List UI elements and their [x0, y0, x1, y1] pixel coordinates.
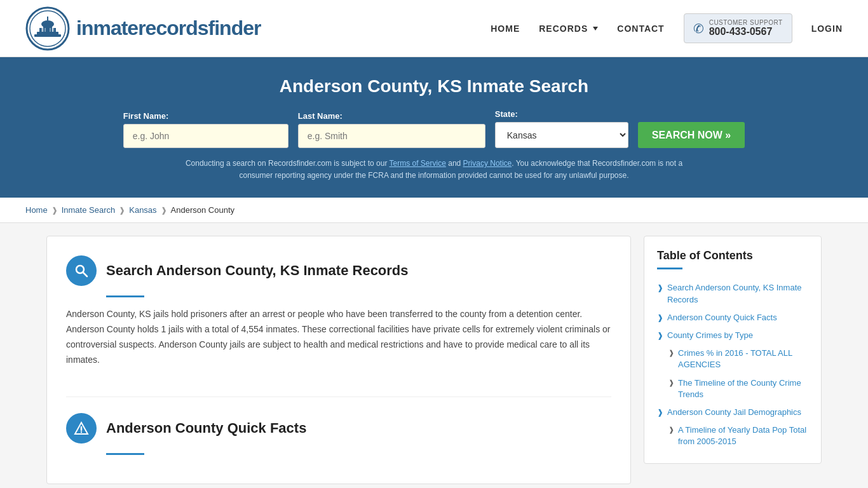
support-info: CUSTOMER SUPPORT 800-433-0567 — [709, 19, 783, 37]
disclaimer-text: Conducting a search on Recordsfinder.com… — [180, 158, 688, 182]
support-box[interactable]: ✆ CUSTOMER SUPPORT 800-433-0567 — [684, 13, 792, 43]
first-name-input[interactable] — [123, 124, 288, 148]
toc-link-7[interactable]: A Timeline of Yearly Data Pop Total from… — [678, 424, 808, 447]
toc-link-6[interactable]: Anderson County Jail Demographics — [667, 407, 801, 418]
main-container: Search Anderson County, KS Inmate Record… — [27, 236, 841, 484]
quick-facts-divider — [106, 453, 144, 455]
toc-item-2[interactable]: ❱ Anderson County Quick Facts — [657, 309, 808, 327]
toc-divider — [657, 268, 682, 269]
search-banner: Anderson County, KS Inmate Search First … — [0, 57, 868, 198]
svg-line-14 — [83, 273, 87, 276]
nav-contact[interactable]: CONTACT — [617, 24, 664, 34]
breadcrumb: Home ❱ Inmate Search ❱ Kansas ❱ Anderson… — [0, 198, 868, 223]
site-header: inmaterecordsfinder HOME RECORDS CONTACT… — [0, 0, 868, 57]
sidebar: Table of Contents ❱ Search Anderson Coun… — [644, 236, 822, 484]
toc-chevron-5: ❱ — [668, 379, 674, 387]
support-label: CUSTOMER SUPPORT — [709, 19, 783, 26]
quick-facts-section: Anderson County Quick Facts — [66, 397, 611, 455]
toc-item-6[interactable]: ❱ Anderson County Jail Demographics — [657, 403, 808, 421]
toc-chevron-4: ❱ — [668, 349, 674, 357]
breadcrumb-state[interactable]: Kansas — [129, 205, 156, 215]
toc-title: Table of Contents — [657, 249, 808, 262]
breadcrumb-home[interactable]: Home — [25, 205, 48, 215]
svg-point-17 — [81, 431, 82, 432]
search-button[interactable]: SEARCH NOW » — [638, 122, 745, 148]
toc-chevron-7: ❱ — [668, 426, 674, 434]
state-select[interactable]: Kansas — [495, 122, 628, 148]
toc-chevron-2: ❱ — [657, 313, 663, 322]
content-area: Search Anderson County, KS Inmate Record… — [46, 236, 631, 484]
nav-login[interactable]: LOGIN — [811, 24, 843, 34]
breadcrumb-sep-3: ❱ — [161, 206, 167, 215]
toc-item-1[interactable]: ❱ Search Anderson County, KS Inmate Reco… — [657, 279, 808, 308]
search-section-title: Search Anderson County, KS Inmate Record… — [106, 262, 409, 279]
last-name-label: Last Name: — [298, 111, 342, 121]
state-group: State: Kansas — [495, 109, 628, 148]
search-section-divider — [106, 295, 144, 297]
quick-facts-title: Anderson County Quick Facts — [106, 420, 306, 437]
search-section-icon — [66, 255, 97, 286]
search-section: Search Anderson County, KS Inmate Record… — [66, 255, 611, 396]
first-name-label: First Name: — [123, 111, 169, 121]
toc-item-5[interactable]: ❱ The Timeline of the County Crime Trend… — [657, 374, 808, 403]
state-label: State: — [495, 109, 518, 119]
breadcrumb-sep-1: ❱ — [51, 206, 58, 215]
svg-rect-10 — [44, 28, 46, 32]
logo-icon — [25, 6, 70, 51]
support-number: 800-433-0567 — [709, 26, 783, 37]
tos-link[interactable]: Terms of Service — [390, 159, 446, 168]
svg-rect-11 — [50, 28, 51, 32]
magnifier-icon — [74, 263, 89, 278]
privacy-link[interactable]: Privacy Notice — [463, 159, 512, 168]
main-nav: HOME RECORDS CONTACT ✆ CUSTOMER SUPPORT … — [491, 13, 843, 43]
nav-home[interactable]: HOME — [491, 24, 520, 34]
toc-item-7[interactable]: ❱ A Timeline of Yearly Data Pop Total fr… — [657, 421, 808, 451]
svg-rect-12 — [53, 28, 54, 32]
toc-link-2[interactable]: Anderson County Quick Facts — [667, 312, 777, 323]
toc-chevron-3: ❱ — [657, 331, 663, 340]
toc-box: Table of Contents ❱ Search Anderson Coun… — [644, 236, 822, 464]
svg-rect-7 — [34, 34, 61, 37]
breadcrumb-sep-2: ❱ — [119, 206, 125, 215]
breadcrumb-county: Anderson County — [171, 205, 234, 215]
logo-text: inmaterecordsfinder — [76, 17, 261, 40]
toc-item-3[interactable]: ❱ County Crimes by Type — [657, 327, 808, 344]
search-section-header: Search Anderson County, KS Inmate Record… — [66, 255, 611, 286]
svg-rect-9 — [41, 28, 43, 32]
quick-facts-icon — [66, 413, 97, 444]
logo-area: inmaterecordsfinder — [25, 6, 261, 51]
alert-icon — [74, 421, 89, 436]
first-name-group: First Name: — [123, 111, 288, 148]
quick-facts-header: Anderson County Quick Facts — [66, 413, 611, 444]
toc-link-5[interactable]: The Timeline of the County Crime Trends — [678, 377, 808, 400]
banner-title: Anderson County, KS Inmate Search — [25, 76, 843, 97]
search-section-body: Anderson County, KS jails hold prisoners… — [66, 307, 611, 367]
records-chevron-icon — [593, 27, 598, 30]
toc-link-4[interactable]: Crimes % in 2016 - TOTAL ALL AGENCIES — [678, 348, 808, 370]
toc-chevron-1: ❱ — [657, 283, 663, 292]
last-name-input[interactable] — [298, 124, 485, 148]
toc-link-3[interactable]: County Crimes by Type — [667, 330, 753, 341]
search-form: First Name: Last Name: State: Kansas SEA… — [25, 109, 843, 148]
toc-item-4[interactable]: ❱ Crimes % in 2016 - TOTAL ALL AGENCIES — [657, 344, 808, 374]
toc-link-1[interactable]: Search Anderson County, KS Inmate Record… — [667, 282, 808, 305]
last-name-group: Last Name: — [298, 111, 485, 148]
phone-icon: ✆ — [693, 21, 704, 36]
breadcrumb-inmate-search[interactable]: Inmate Search — [62, 205, 116, 215]
toc-chevron-6: ❱ — [657, 408, 663, 417]
nav-records[interactable]: RECORDS — [539, 24, 598, 34]
